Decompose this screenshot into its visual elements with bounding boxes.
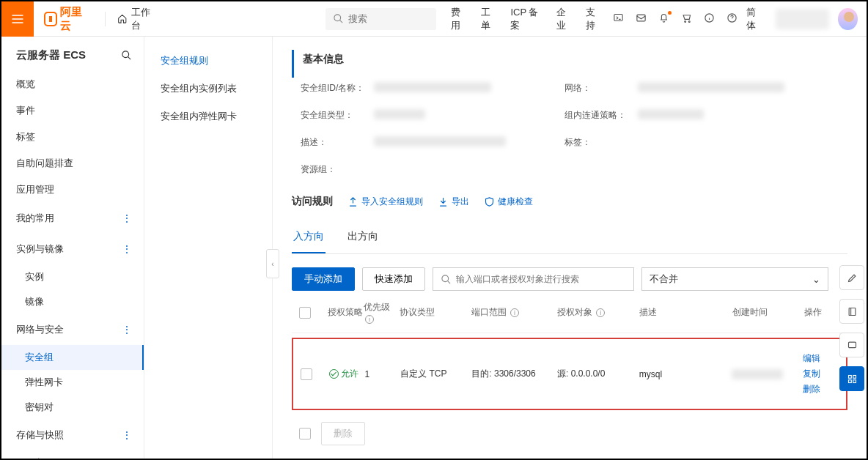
sb-group-storage[interactable]: 存储与快照 ⋮ (1, 420, 144, 450)
chat-rail-button[interactable] (839, 333, 864, 357)
language-switch[interactable]: 简体 (746, 6, 764, 32)
sb-appmgmt[interactable]: 应用管理 (1, 177, 144, 203)
nav-enterprise[interactable]: 企业 (556, 6, 573, 32)
value-desc (374, 136, 506, 146)
menu-toggle[interactable] (1, 1, 34, 37)
search-icon (441, 274, 452, 285)
tab-outbound[interactable]: 出方向 (346, 223, 380, 253)
sb-instance[interactable]: 实例 (1, 264, 144, 289)
more-icon[interactable]: ⋮ (122, 324, 132, 335)
col-protocol: 协议类型 (400, 306, 471, 319)
notification-icon[interactable] (658, 12, 669, 26)
cell-protocol: 自定义 TCP (400, 368, 471, 380)
quick-add-button[interactable]: 快速添加 (362, 267, 425, 291)
sb-securitygroup[interactable]: 安全组 (1, 345, 144, 370)
label-type: 安全组类型： (301, 109, 374, 122)
chat-icon (847, 340, 858, 351)
svg-rect-10 (849, 308, 856, 315)
sidebar-primary: 云服务器 ECS 概览 事件 标签 自助问题排查 应用管理 我的常用 ⋮ 实例与… (1, 37, 144, 459)
footer-checkbox[interactable] (299, 428, 311, 439)
logo-mark-icon (44, 12, 57, 26)
merge-value: 不合并 (650, 272, 678, 286)
avatar[interactable] (838, 8, 858, 30)
more-icon[interactable]: ⋮ (122, 243, 132, 255)
sb-group-instance-label: 实例与镜像 (16, 242, 64, 256)
sb-group-storage-label: 存储与快照 (16, 429, 64, 442)
global-search-input[interactable] (348, 13, 429, 24)
cart-icon[interactable] (681, 12, 692, 26)
row-checkbox[interactable] (301, 368, 312, 380)
sb-disk[interactable]: 云盘 (1, 450, 144, 459)
col-desc: 描述 (639, 306, 732, 319)
sb2-instances[interactable]: 安全组内实例列表 (144, 75, 272, 103)
search-icon (333, 13, 344, 24)
check-circle-icon (329, 369, 339, 379)
info-icon[interactable]: i (365, 315, 374, 324)
select-all-checkbox[interactable] (299, 307, 311, 319)
nav-icp[interactable]: ICP 备案 (510, 6, 542, 32)
more-icon[interactable]: ⋮ (122, 212, 132, 224)
batch-delete-button[interactable]: 删除 (321, 422, 365, 445)
workbench-link[interactable]: 工作台 (110, 6, 165, 32)
import-rules-link[interactable]: 导入安全组规则 (347, 196, 423, 208)
col-port: 端口范围 i (471, 306, 557, 319)
nav-fee[interactable]: 费用 (451, 6, 468, 32)
rule-search-input[interactable] (456, 274, 626, 284)
sb-selfhelp[interactable]: 自助问题排查 (1, 150, 144, 177)
sb-group-instance[interactable]: 实例与镜像 ⋮ (1, 234, 144, 264)
svg-rect-14 (848, 379, 851, 382)
cloudshell-icon[interactable] (613, 12, 624, 26)
sb-eni[interactable]: 弹性网卡 (1, 370, 144, 395)
apps-rail-button[interactable] (839, 366, 864, 391)
nav-support[interactable]: 支持 (586, 6, 603, 32)
info-icon[interactable]: i (510, 308, 519, 317)
row-edit-link[interactable]: 编辑 (803, 352, 839, 365)
logo-text: 阿里云 (60, 5, 89, 33)
svg-point-7 (122, 51, 129, 58)
help-icon[interactable] (727, 12, 738, 26)
rules-title: 访问规则 (292, 195, 333, 208)
table-footer: 删除 (292, 410, 847, 457)
sb-keypair[interactable]: 密钥对 (1, 395, 144, 420)
sb-overview[interactable]: 概览 (1, 71, 144, 97)
value-id-name (374, 82, 491, 92)
main-content: 基本信息 安全组ID/名称： 网络： 安全组类型： 组内连通策略： 描述： 标签… (273, 37, 867, 459)
health-label: 健康检查 (498, 196, 533, 208)
sb2-eni[interactable]: 安全组内弹性网卡 (144, 103, 272, 130)
svg-rect-2 (637, 15, 645, 21)
sb-group-common[interactable]: 我的常用 ⋮ (1, 203, 144, 234)
manual-add-button[interactable]: 手动添加 (292, 267, 355, 291)
health-check-link[interactable]: 健康检查 (484, 196, 533, 208)
more-icon[interactable]: ⋮ (122, 429, 132, 441)
sb-events[interactable]: 事件 (1, 97, 144, 124)
table-header: 授权策略 优先级i 协议类型 端口范围 i 授权对象 i 描述 创建时间 操作 (292, 291, 847, 333)
merge-select[interactable]: 不合并 ⌄ (641, 267, 828, 291)
global-search[interactable] (326, 8, 436, 30)
divider (105, 12, 106, 26)
search-icon[interactable] (121, 50, 132, 61)
direction-tabs: 入方向 出方向 (292, 223, 847, 254)
sb-group-network-label: 网络与安全 (16, 323, 64, 336)
info-icon[interactable]: i (596, 308, 605, 317)
export-rules-link[interactable]: 导出 (438, 196, 469, 208)
rule-search[interactable] (433, 267, 634, 291)
svg-point-9 (442, 275, 449, 281)
hint-icon[interactable] (704, 12, 715, 26)
doc-rail-button[interactable] (839, 299, 864, 324)
row-delete-link[interactable]: 删除 (803, 383, 839, 396)
row-copy-link[interactable]: 复制 (803, 368, 839, 380)
logo[interactable]: 阿里云 (34, 5, 100, 33)
edit-rail-button[interactable] (839, 265, 864, 290)
nav-ticket[interactable]: 工单 (481, 6, 498, 32)
value-policy (638, 109, 704, 119)
tab-inbound[interactable]: 入方向 (292, 223, 326, 253)
sb-tags[interactable]: 标签 (1, 124, 144, 150)
col-action: 操作 (804, 306, 840, 319)
sb-group-network[interactable]: 网络与安全 ⋮ (1, 314, 144, 345)
sb2-rules[interactable]: 安全组规则 (144, 47, 272, 75)
table-row: 允许 1 自定义 TCP 目的: 3306/3306 源: 0.0.0.0/0 … (292, 338, 847, 410)
pencil-icon (847, 272, 858, 283)
import-label: 导入安全组规则 (361, 196, 423, 208)
sb-image[interactable]: 镜像 (1, 289, 144, 314)
message-icon[interactable] (636, 12, 647, 26)
